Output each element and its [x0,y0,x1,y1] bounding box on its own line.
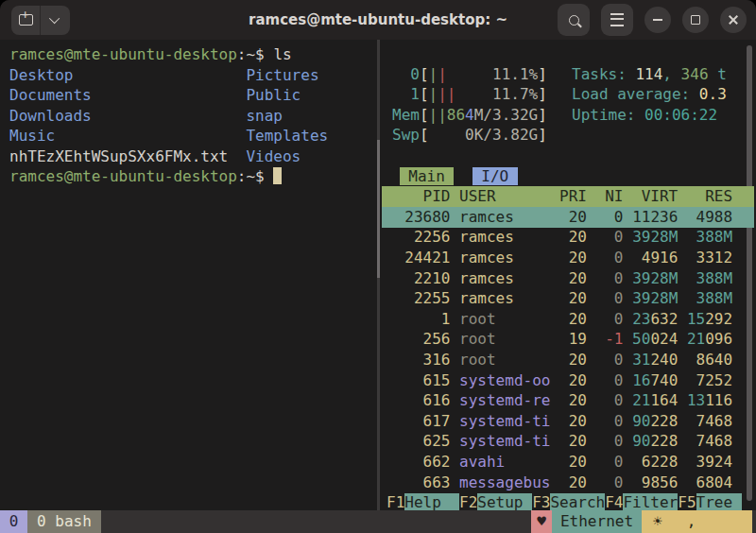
prompt-line: ramces@mte-ubuntu-desktop:~$ ls [9,44,292,65]
fkey-F1[interactable]: F1 [387,493,404,510]
process-row[interactable]: 617 systemd-ti 20 0 90228 7468 [382,411,754,432]
fkey-F3-label[interactable]: Search [550,493,605,510]
meter-bar: | [429,65,438,83]
pid-cell: 615 [387,371,450,389]
tab-list-dropdown-button[interactable] [41,6,70,35]
window-tab-bash[interactable]: 0 bash [27,510,101,533]
user-cell: messagebus [459,473,550,491]
menu-button[interactable] [601,4,633,36]
column-headers: PID USER PRI NI VIRT RES [387,187,732,205]
htop-info-line: Uptime: 00:06:22 [572,105,717,126]
meter-bar: | [429,106,438,124]
process-row[interactable]: 616 systemd-re 20 0 21164 13116 [382,390,754,411]
pri-cell: 20 [550,391,587,409]
pri-cell: 20 [550,473,587,491]
meter-bar: | [438,85,447,103]
fkey-F5[interactable]: F5 [678,493,696,510]
process-row[interactable]: 316 root 20 0 31240 8640 [382,350,754,370]
htop-info-line: Load average: 0.3 [572,84,727,105]
user-cell: root [459,351,550,369]
user-cell: ramces [459,289,550,307]
file-nhTEzXEhtWSupSXx6FMx.txt: nhTEzXEhtWSupSXx6FMx.txt [9,147,246,165]
user-cell: systemd-oo [459,371,550,389]
fkey-F3[interactable]: F3 [532,493,550,510]
process-row[interactable]: 24421 ramces 20 0 4916 3312 [382,248,754,268]
process-row[interactable]: 2210 ramces 20 0 3928M 388M [382,268,754,289]
file-snap: snap [246,107,283,125]
prompt-user-host: ramces@mte-ubuntu-desktop [9,167,237,185]
pid-cell: 2256 [387,228,450,246]
user-cell: systemd-re [459,391,550,409]
pid-cell: 617 [387,412,450,430]
tab-controls [11,6,70,35]
pid-cell: 1 [387,310,450,328]
tab-io[interactable]: I/O [472,167,518,185]
process-row[interactable]: 2256 ramces 20 0 3928M 388M [382,227,754,248]
ni-cell: -1 [605,330,623,348]
pid-cell: 24421 [387,249,450,266]
weather-indicator: ☀ , [642,510,752,533]
fkey-F2[interactable]: F2 [459,493,477,510]
pri-cell: 20 [550,310,587,328]
pri-cell: 20 [550,269,587,287]
maximize-button[interactable] [682,7,709,33]
fkey-F5-label[interactable]: Tree [696,493,742,510]
weather-extra: , [687,510,696,533]
fkey-F4[interactable]: F4 [605,493,623,510]
ls-output-line: Music Templates [9,126,328,146]
user-cell: ramces [459,228,550,246]
terminal-window: ramces@mte-ubuntu-desktop: ~ ramces@mte-… [0,0,756,533]
file-Documents: Documents [9,86,246,104]
htop-tabs: Main I/O [390,166,518,187]
close-button[interactable] [720,7,747,33]
file-Videos: Videos [246,147,301,165]
new-tab-button[interactable] [11,6,41,35]
user-cell: ramces [459,249,550,266]
pri-cell: 20 [550,249,587,266]
ls-output-line: nhTEzXEhtWSupSXx6FMx.txt Videos [9,146,301,167]
minimize-icon [653,19,662,21]
meter-label: Mem [392,106,420,124]
pane-divider-thumb[interactable] [377,140,380,278]
process-row[interactable]: 625 systemd-ti 20 0 90228 7468 [382,431,754,452]
pid-cell: 256 [387,330,450,348]
search-button[interactable] [558,4,590,36]
session-indicator: 0 [0,510,27,533]
process-row[interactable]: 615 systemd-oo 20 0 16740 7252 [382,370,754,391]
user-cell: root [459,330,550,348]
meter-value: 0K/3.82G [465,126,538,144]
minimize-button[interactable] [644,7,671,33]
fkey-F2-label[interactable]: Setup [477,493,532,510]
window-title: ramces@mte-ubuntu-desktop: ~ [249,11,507,28]
process-row[interactable]: 663 messagebus 20 0 9856 6804 [382,473,754,493]
command-ls: ls [265,45,292,63]
meter-value: 11.7% [492,85,538,103]
process-row[interactable]: 23680 ramces 20 0 11236 4988 [382,207,754,228]
ls-output-line: Documents Public [9,85,301,106]
fkey-F1-label[interactable]: Help [404,493,459,510]
pid-cell: 616 [387,391,450,409]
new-tab-icon [19,14,33,26]
search-icon [569,15,579,26]
meter-label: Swp [392,126,420,144]
user-cell: systemd-ti [459,432,550,450]
pid-cell: 625 [387,432,450,450]
meter-value: M/3.32G [474,106,538,124]
process-row[interactable]: 662 avahi 20 0 6228 3924 [382,452,754,473]
process-row[interactable]: 256 root 19 -1 50024 21096 [382,329,754,350]
battery-indicator: ♥ [531,510,552,533]
file-Desktop: Desktop [9,66,246,84]
terminal-content: ramces@mte-ubuntu-desktop:~$ lsDesktop P… [0,40,756,510]
file-Downloads: Downloads [9,107,246,125]
process-row[interactable]: 2255 ramces 20 0 3928M 388M [382,288,754,309]
meter-label: 0 [392,65,420,83]
tab-main[interactable]: Main [400,167,455,185]
sun-icon: ☀ [653,510,662,533]
meter-bar: | [438,106,447,124]
htop-fkey-bar: F1Help F2Setup F3SearchF4FilterF5Tree [387,492,742,510]
htop-info-line: Tasks: 114, 346 t [572,64,727,85]
process-row[interactable]: 1 root 20 0 23632 15292 [382,309,754,330]
titlebar: ramces@mte-ubuntu-desktop: ~ [0,0,756,40]
fkey-F4-label[interactable]: Filter [623,493,678,510]
user-cell: ramces [459,269,550,287]
